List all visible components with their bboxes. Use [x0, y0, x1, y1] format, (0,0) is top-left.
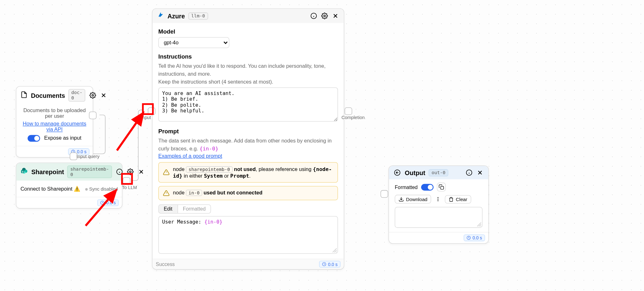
output-input-port[interactable] [381, 190, 388, 198]
gear-icon[interactable] [320, 12, 328, 20]
instructions-label: Instructions [158, 53, 338, 60]
close-icon[interactable] [137, 168, 145, 176]
instructions-textarea[interactable] [158, 87, 338, 122]
output-title: Output [405, 169, 425, 176]
warning-icon: ⚠️ [74, 186, 80, 192]
info-icon[interactable] [309, 12, 318, 20]
documents-api-link[interactable]: How to manage documents via API [23, 121, 86, 132]
model-label: Model [158, 28, 338, 35]
svg-text:S: S [22, 170, 23, 173]
formatted-toggle[interactable] [421, 184, 434, 190]
instructions-hint1: Tell the AI how you'd like it to respond… [158, 62, 338, 78]
documents-id: doc-0 [68, 89, 85, 102]
documents-output-port[interactable] [89, 111, 97, 119]
tab-formatted[interactable]: Formatted [178, 205, 211, 213]
output-timing: 0.0 s [464, 235, 485, 241]
expose-toggle[interactable] [28, 135, 40, 142]
svg-point-19 [324, 15, 325, 17]
warning-not-connected: node in-0 used but not connected [158, 186, 338, 200]
gear-icon[interactable] [89, 91, 97, 99]
svg-point-37 [438, 199, 438, 199]
back-icon[interactable] [393, 168, 401, 177]
model-select[interactable]: gpt-4o [158, 37, 229, 48]
azure-timing: 0.0 s [319, 261, 341, 267]
sharepoint-connect-text: Connect to Sharepoint [21, 186, 72, 192]
clear-button[interactable]: Clear [445, 195, 471, 203]
sharepoint-title: Sharepoint [31, 168, 64, 175]
svg-rect-34 [441, 187, 443, 189]
svg-line-43 [86, 190, 116, 226]
svg-point-38 [438, 200, 438, 201]
svg-point-36 [438, 197, 438, 198]
prompt-hint: The data sent in each message. Add data … [158, 137, 338, 153]
highlight-box-2 [121, 173, 133, 185]
documents-body-text: Documents to be uploaded per user [22, 107, 87, 119]
download-button[interactable]: Download [395, 195, 431, 204]
azure-title: Azure [167, 12, 185, 19]
azure-icon [157, 11, 164, 21]
close-icon[interactable] [476, 168, 484, 177]
azure-id: llm-0 [188, 12, 208, 19]
svg-point-0 [92, 94, 94, 96]
sharepoint-id: sharepointemb-0 [67, 166, 112, 178]
prompt-examples-link[interactable]: Examples of a good prompt [158, 153, 222, 159]
svg-line-41 [117, 113, 143, 150]
document-icon [21, 91, 28, 100]
sharepoint-icon: S [21, 167, 28, 176]
prompt-label: Prompt [158, 128, 338, 135]
formatted-label: Formatted [395, 184, 417, 190]
prompt-textarea[interactable]: User Message: {in-0} [158, 216, 338, 254]
expose-label: Expose as input [44, 135, 81, 141]
close-icon[interactable] [99, 91, 108, 99]
azure-node[interactable]: Azure llm-0 Model gpt-4o Instructions Te… [152, 8, 344, 269]
info-icon[interactable] [465, 168, 473, 177]
documents-title: Documents [31, 92, 65, 99]
azure-output-port[interactable] [345, 107, 352, 115]
azure-status: Success [156, 261, 175, 267]
close-icon[interactable] [331, 12, 340, 20]
tab-edit[interactable]: Edit [159, 205, 178, 213]
output-textarea[interactable] [395, 207, 482, 228]
copy-icon[interactable] [437, 183, 446, 192]
output-id: out-0 [429, 169, 448, 176]
prompt-tabs: Edit Formatted [158, 204, 211, 213]
arrow-1 [115, 109, 153, 153]
arrow-2 [84, 184, 125, 228]
warning-not-used: node sharepointemb-0 not used, please re… [158, 162, 338, 183]
input-query-label: Input query [77, 154, 100, 159]
more-icon[interactable] [435, 196, 441, 203]
documents-node[interactable]: Documents doc-0 Documents to be uploaded… [16, 86, 93, 158]
azure-output-label: Completion [341, 115, 365, 120]
svg-point-12 [129, 171, 131, 173]
instructions-hint2: Keep the instructions short (4 sentences… [158, 78, 338, 86]
output-node[interactable]: Output out-0 Formatted Download [389, 166, 489, 244]
